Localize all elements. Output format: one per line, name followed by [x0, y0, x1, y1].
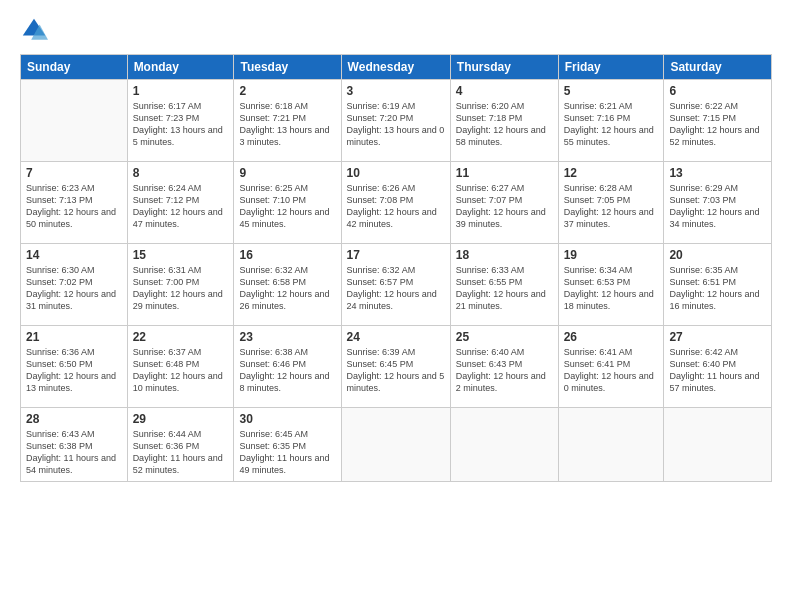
- calendar-day-cell: [341, 408, 450, 482]
- day-info: Sunrise: 6:39 AM Sunset: 6:45 PM Dayligh…: [347, 346, 445, 395]
- calendar-day-cell: 5Sunrise: 6:21 AM Sunset: 7:16 PM Daylig…: [558, 80, 664, 162]
- calendar-day-cell: 1Sunrise: 6:17 AM Sunset: 7:23 PM Daylig…: [127, 80, 234, 162]
- calendar-day-cell: [21, 80, 128, 162]
- header: [20, 16, 772, 44]
- day-info: Sunrise: 6:17 AM Sunset: 7:23 PM Dayligh…: [133, 100, 229, 149]
- calendar-day-cell: 16Sunrise: 6:32 AM Sunset: 6:58 PM Dayli…: [234, 244, 341, 326]
- calendar-day-cell: 9Sunrise: 6:25 AM Sunset: 7:10 PM Daylig…: [234, 162, 341, 244]
- logo: [20, 16, 50, 44]
- calendar-dow-wednesday: Wednesday: [341, 55, 450, 80]
- calendar-day-cell: 12Sunrise: 6:28 AM Sunset: 7:05 PM Dayli…: [558, 162, 664, 244]
- day-info: Sunrise: 6:34 AM Sunset: 6:53 PM Dayligh…: [564, 264, 659, 313]
- calendar-table: SundayMondayTuesdayWednesdayThursdayFrid…: [20, 54, 772, 482]
- calendar-day-cell: 10Sunrise: 6:26 AM Sunset: 7:08 PM Dayli…: [341, 162, 450, 244]
- day-info: Sunrise: 6:19 AM Sunset: 7:20 PM Dayligh…: [347, 100, 445, 149]
- day-number: 14: [26, 248, 122, 262]
- day-number: 24: [347, 330, 445, 344]
- day-info: Sunrise: 6:20 AM Sunset: 7:18 PM Dayligh…: [456, 100, 553, 149]
- day-number: 6: [669, 84, 766, 98]
- calendar-day-cell: 30Sunrise: 6:45 AM Sunset: 6:35 PM Dayli…: [234, 408, 341, 482]
- day-number: 13: [669, 166, 766, 180]
- calendar-day-cell: [450, 408, 558, 482]
- calendar-dow-monday: Monday: [127, 55, 234, 80]
- calendar-day-cell: 15Sunrise: 6:31 AM Sunset: 7:00 PM Dayli…: [127, 244, 234, 326]
- day-number: 8: [133, 166, 229, 180]
- day-number: 21: [26, 330, 122, 344]
- day-info: Sunrise: 6:23 AM Sunset: 7:13 PM Dayligh…: [26, 182, 122, 231]
- calendar-day-cell: 21Sunrise: 6:36 AM Sunset: 6:50 PM Dayli…: [21, 326, 128, 408]
- calendar-week-row: 14Sunrise: 6:30 AM Sunset: 7:02 PM Dayli…: [21, 244, 772, 326]
- day-number: 22: [133, 330, 229, 344]
- calendar-day-cell: 11Sunrise: 6:27 AM Sunset: 7:07 PM Dayli…: [450, 162, 558, 244]
- day-number: 25: [456, 330, 553, 344]
- day-number: 7: [26, 166, 122, 180]
- calendar-day-cell: [558, 408, 664, 482]
- day-number: 5: [564, 84, 659, 98]
- day-number: 16: [239, 248, 335, 262]
- day-info: Sunrise: 6:37 AM Sunset: 6:48 PM Dayligh…: [133, 346, 229, 395]
- calendar-day-cell: 4Sunrise: 6:20 AM Sunset: 7:18 PM Daylig…: [450, 80, 558, 162]
- calendar-day-cell: 7Sunrise: 6:23 AM Sunset: 7:13 PM Daylig…: [21, 162, 128, 244]
- day-info: Sunrise: 6:25 AM Sunset: 7:10 PM Dayligh…: [239, 182, 335, 231]
- day-info: Sunrise: 6:32 AM Sunset: 6:58 PM Dayligh…: [239, 264, 335, 313]
- day-number: 3: [347, 84, 445, 98]
- calendar-day-cell: 2Sunrise: 6:18 AM Sunset: 7:21 PM Daylig…: [234, 80, 341, 162]
- day-info: Sunrise: 6:22 AM Sunset: 7:15 PM Dayligh…: [669, 100, 766, 149]
- day-number: 11: [456, 166, 553, 180]
- day-info: Sunrise: 6:21 AM Sunset: 7:16 PM Dayligh…: [564, 100, 659, 149]
- calendar-dow-saturday: Saturday: [664, 55, 772, 80]
- day-info: Sunrise: 6:18 AM Sunset: 7:21 PM Dayligh…: [239, 100, 335, 149]
- calendar-week-row: 28Sunrise: 6:43 AM Sunset: 6:38 PM Dayli…: [21, 408, 772, 482]
- day-number: 10: [347, 166, 445, 180]
- day-number: 2: [239, 84, 335, 98]
- day-number: 18: [456, 248, 553, 262]
- day-number: 4: [456, 84, 553, 98]
- day-info: Sunrise: 6:28 AM Sunset: 7:05 PM Dayligh…: [564, 182, 659, 231]
- logo-icon: [20, 16, 48, 44]
- calendar-week-row: 21Sunrise: 6:36 AM Sunset: 6:50 PM Dayli…: [21, 326, 772, 408]
- calendar-day-cell: 3Sunrise: 6:19 AM Sunset: 7:20 PM Daylig…: [341, 80, 450, 162]
- calendar-day-cell: 6Sunrise: 6:22 AM Sunset: 7:15 PM Daylig…: [664, 80, 772, 162]
- calendar-day-cell: 14Sunrise: 6:30 AM Sunset: 7:02 PM Dayli…: [21, 244, 128, 326]
- calendar-day-cell: 29Sunrise: 6:44 AM Sunset: 6:36 PM Dayli…: [127, 408, 234, 482]
- day-number: 9: [239, 166, 335, 180]
- day-info: Sunrise: 6:29 AM Sunset: 7:03 PM Dayligh…: [669, 182, 766, 231]
- calendar-week-row: 7Sunrise: 6:23 AM Sunset: 7:13 PM Daylig…: [21, 162, 772, 244]
- day-info: Sunrise: 6:41 AM Sunset: 6:41 PM Dayligh…: [564, 346, 659, 395]
- day-info: Sunrise: 6:43 AM Sunset: 6:38 PM Dayligh…: [26, 428, 122, 477]
- calendar-day-cell: 8Sunrise: 6:24 AM Sunset: 7:12 PM Daylig…: [127, 162, 234, 244]
- day-number: 30: [239, 412, 335, 426]
- day-number: 12: [564, 166, 659, 180]
- calendar-day-cell: 20Sunrise: 6:35 AM Sunset: 6:51 PM Dayli…: [664, 244, 772, 326]
- day-number: 1: [133, 84, 229, 98]
- day-info: Sunrise: 6:40 AM Sunset: 6:43 PM Dayligh…: [456, 346, 553, 395]
- page: SundayMondayTuesdayWednesdayThursdayFrid…: [0, 0, 792, 612]
- day-info: Sunrise: 6:45 AM Sunset: 6:35 PM Dayligh…: [239, 428, 335, 477]
- day-number: 23: [239, 330, 335, 344]
- calendar-day-cell: 25Sunrise: 6:40 AM Sunset: 6:43 PM Dayli…: [450, 326, 558, 408]
- day-info: Sunrise: 6:44 AM Sunset: 6:36 PM Dayligh…: [133, 428, 229, 477]
- day-number: 28: [26, 412, 122, 426]
- calendar-day-cell: 24Sunrise: 6:39 AM Sunset: 6:45 PM Dayli…: [341, 326, 450, 408]
- day-number: 20: [669, 248, 766, 262]
- calendar-week-row: 1Sunrise: 6:17 AM Sunset: 7:23 PM Daylig…: [21, 80, 772, 162]
- calendar-day-cell: 23Sunrise: 6:38 AM Sunset: 6:46 PM Dayli…: [234, 326, 341, 408]
- day-number: 15: [133, 248, 229, 262]
- day-number: 26: [564, 330, 659, 344]
- day-number: 17: [347, 248, 445, 262]
- day-info: Sunrise: 6:32 AM Sunset: 6:57 PM Dayligh…: [347, 264, 445, 313]
- calendar-day-cell: 27Sunrise: 6:42 AM Sunset: 6:40 PM Dayli…: [664, 326, 772, 408]
- day-info: Sunrise: 6:38 AM Sunset: 6:46 PM Dayligh…: [239, 346, 335, 395]
- day-number: 29: [133, 412, 229, 426]
- calendar-day-cell: 17Sunrise: 6:32 AM Sunset: 6:57 PM Dayli…: [341, 244, 450, 326]
- calendar-dow-thursday: Thursday: [450, 55, 558, 80]
- calendar-day-cell: 19Sunrise: 6:34 AM Sunset: 6:53 PM Dayli…: [558, 244, 664, 326]
- calendar-day-cell: 28Sunrise: 6:43 AM Sunset: 6:38 PM Dayli…: [21, 408, 128, 482]
- day-number: 19: [564, 248, 659, 262]
- day-info: Sunrise: 6:31 AM Sunset: 7:00 PM Dayligh…: [133, 264, 229, 313]
- calendar-day-cell: 22Sunrise: 6:37 AM Sunset: 6:48 PM Dayli…: [127, 326, 234, 408]
- calendar-day-cell: [664, 408, 772, 482]
- day-info: Sunrise: 6:30 AM Sunset: 7:02 PM Dayligh…: [26, 264, 122, 313]
- day-info: Sunrise: 6:35 AM Sunset: 6:51 PM Dayligh…: [669, 264, 766, 313]
- calendar-dow-sunday: Sunday: [21, 55, 128, 80]
